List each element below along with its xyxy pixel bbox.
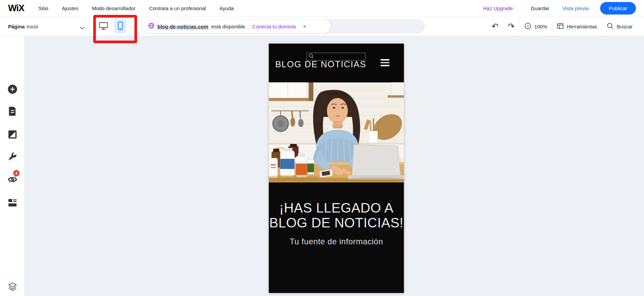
- hero-title[interactable]: ¡HAS LLEGADO A BLOG DE NOTICIAS!: [269, 200, 404, 230]
- layers-button[interactable]: [6, 280, 19, 294]
- domain-status-text: está disponible.: [211, 24, 247, 29]
- redo-icon: ↷: [508, 22, 515, 30]
- search-button[interactable]: Buscar: [602, 17, 637, 36]
- hero-subtitle[interactable]: Tu fuente de información: [269, 237, 404, 246]
- tools-label: Herramientas: [567, 24, 597, 29]
- close-icon[interactable]: ×: [303, 24, 306, 29]
- domain-link[interactable]: blog-de-noticias.com: [157, 24, 208, 29]
- redo-button[interactable]: ↷: [503, 17, 519, 36]
- sidebar-divider: [0, 274, 25, 274]
- editor-left-sidebar: 4: [0, 36, 25, 296]
- zoom-control[interactable]: 100%: [520, 17, 552, 36]
- mobile-icon: [118, 22, 123, 31]
- wix-logo[interactable]: WiX: [8, 3, 24, 14]
- connect-domain-link[interactable]: Conecta tu dominio: [252, 24, 296, 29]
- site-search-box[interactable]: [307, 53, 365, 60]
- page-selector-value: Inicio: [26, 24, 38, 29]
- top-actions: Haz Upgrade Guardar Vista previa Publica…: [479, 2, 636, 15]
- editor-canvas: BLOG DE NOTICIAS: [25, 36, 644, 296]
- search-icon: [607, 23, 614, 30]
- menu-item-modo-desarrollador[interactable]: Modo desarrollador: [85, 5, 142, 11]
- menu-item-sitio[interactable]: Sitio: [32, 5, 55, 11]
- page-selector-prefix: Página: [8, 24, 25, 29]
- globe-icon: [148, 23, 154, 30]
- add-element-button[interactable]: [6, 83, 19, 96]
- menu-item-contrata-profesional[interactable]: Contrata a un profesional: [142, 5, 212, 11]
- layout-button[interactable]: [6, 196, 19, 210]
- hidden-elements-count-badge: 4: [13, 170, 20, 176]
- tools-button[interactable]: Herramientas: [552, 17, 602, 36]
- undo-button[interactable]: ↶: [487, 17, 503, 36]
- mobile-preview: BLOG DE NOTICIAS: [269, 44, 404, 293]
- desktop-icon: [99, 22, 108, 31]
- undo-icon: ↶: [492, 22, 498, 30]
- site-tools-button[interactable]: [6, 150, 19, 164]
- toolbar-right-controls: ↶ ↷ 100% Herramientas Buscar: [487, 17, 637, 36]
- preview-button[interactable]: Vista previa: [558, 5, 593, 11]
- search-label: Buscar: [617, 24, 633, 29]
- desktop-view-button[interactable]: [97, 19, 109, 33]
- upgrade-button[interactable]: Haz Upgrade: [479, 5, 517, 11]
- editor-toolbar: Página Inicio blog-de-noticias.com está …: [0, 17, 644, 36]
- layers-icon: [8, 282, 17, 292]
- domain-bar: blog-de-noticias.com está disponible. Co…: [142, 19, 425, 33]
- media-icon: [8, 130, 17, 140]
- device-toggle: [97, 17, 126, 36]
- site-title[interactable]: BLOG DE NOTICIAS: [275, 59, 366, 70]
- site-header[interactable]: BLOG DE NOTICIAS: [269, 44, 404, 80]
- zoom-out-icon: [524, 23, 531, 30]
- mobile-view-button[interactable]: [114, 19, 126, 33]
- top-menu: Sitio Ajustes Modo desarrollador Contrat…: [32, 5, 240, 11]
- tools-panel-icon: [557, 23, 564, 30]
- hero-title-line1: ¡HAS LLEGADO A: [269, 200, 404, 215]
- hero-section[interactable]: ¡HAS LLEGADO A BLOG DE NOTICIAS! Tu fuen…: [269, 182, 404, 293]
- pages-icon: [8, 106, 17, 117]
- hero-title-line2: BLOG DE NOTICIAS!: [269, 215, 404, 230]
- add-element-icon: [7, 84, 18, 95]
- chevron-down-icon: [80, 25, 84, 31]
- pages-button[interactable]: [6, 105, 19, 118]
- page-selector-dropdown[interactable]: Página Inicio: [8, 17, 86, 36]
- media-button[interactable]: [6, 128, 19, 142]
- publish-button[interactable]: Publicar: [600, 2, 636, 15]
- menu-item-ajustes[interactable]: Ajustes: [55, 5, 85, 11]
- top-bar: WiX Sitio Ajustes Modo desarrollador Con…: [0, 0, 644, 17]
- topbar-separator: [522, 4, 522, 13]
- save-button[interactable]: Guardar: [527, 5, 553, 11]
- site-search-icon: [309, 53, 314, 60]
- zoom-level-value: 100%: [534, 24, 547, 29]
- tools-wrench-icon: [8, 152, 17, 163]
- layout-icon: [8, 199, 17, 208]
- menu-item-ayuda[interactable]: Ayuda: [213, 5, 240, 11]
- hero-photo[interactable]: [269, 80, 404, 182]
- domain-status-pill: blog-de-noticias.com está disponible. Co…: [142, 19, 331, 33]
- hamburger-menu-icon[interactable]: [381, 59, 389, 66]
